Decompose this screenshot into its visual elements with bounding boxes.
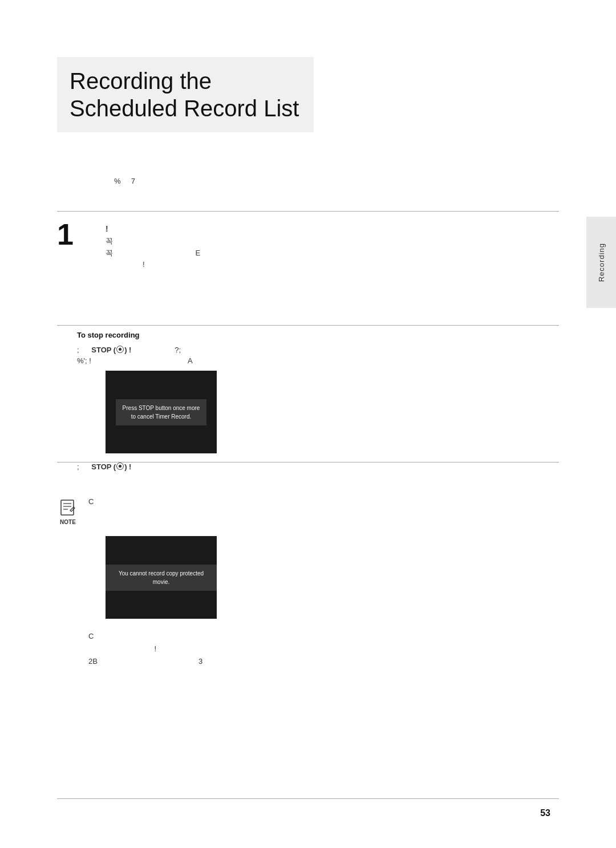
screen-message-2: You cannot record copy protected movie. (106, 565, 217, 591)
stop-prefix-3: ; (77, 462, 79, 471)
stop-suffix-1: ?; (175, 346, 181, 354)
note-icon (57, 496, 79, 518)
step-number: 1 (57, 220, 74, 249)
page-title: Recording theScheduled Record List (70, 67, 301, 122)
note-text-line2: ! (88, 644, 156, 653)
side-tab-label: Recording (597, 243, 606, 282)
step-line1: 꼭 (106, 237, 214, 245)
intro-text: % 7 (114, 177, 135, 185)
stop-recording-label: To stop recording (77, 331, 140, 339)
divider-3 (57, 462, 559, 462)
stop-bold-3: STOP ( (91, 462, 116, 471)
stop-bold-1: STOP ( (91, 346, 116, 354)
intro-symbol: % (114, 177, 121, 185)
note-text-below-screen: C ! 2B 3 (88, 630, 202, 668)
side-tab: Recording (586, 217, 616, 308)
stop-line2: %'; ! A (77, 356, 193, 365)
stop-text-3: ; STOP () ! (77, 462, 131, 471)
screen-image-2: You cannot record copy protected movie. (106, 536, 217, 619)
stop-circle-icon-3 (116, 462, 124, 469)
screen-image-1: Press STOP button once more to cancel Ti… (106, 371, 217, 453)
divider-1 (57, 211, 559, 212)
stop-prefix-1: ; (77, 346, 79, 354)
step-content: ! 꼭 꼭 E ! (106, 222, 214, 271)
note-text-line3: 2B 3 (88, 657, 202, 666)
title-block: Recording theScheduled Record List (57, 57, 314, 132)
stop-circle-icon-1 (116, 345, 124, 352)
step-line3: ! (106, 260, 145, 269)
note-text-1: C (88, 497, 94, 506)
page-container: Recording Recording theScheduled Record … (0, 0, 616, 848)
divider-2 (57, 325, 559, 326)
stop-text-1: ; STOP () ! ?; (77, 345, 181, 354)
screen-message-1: Press STOP button once more to cancel Ti… (116, 399, 207, 425)
note-label: NOTE (57, 519, 79, 525)
step-line2: 꼭 E (106, 249, 200, 257)
stop-text-2: %'; ! A (77, 356, 193, 365)
page-number: 53 (540, 808, 550, 818)
intro-number: 7 (131, 177, 135, 185)
divider-4 (57, 798, 559, 799)
step-exclamation: ! (106, 224, 108, 233)
svg-rect-0 (61, 500, 74, 515)
